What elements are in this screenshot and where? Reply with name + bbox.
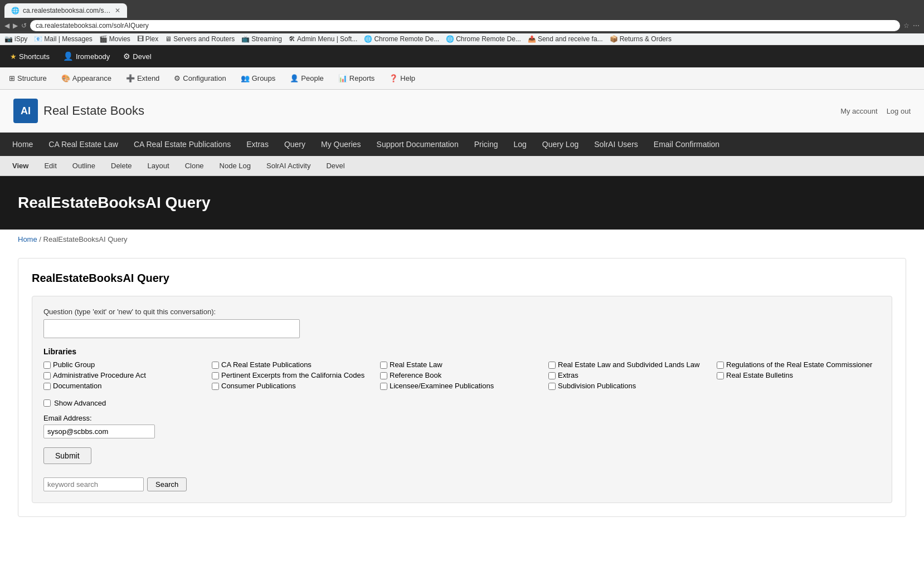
main-nav-support-documentation[interactable]: Support Documentation (369, 133, 466, 156)
chrome-remote-icon-2: 🌐 (446, 35, 454, 43)
bookmark-servers[interactable]: 🖥 Servers and Routers (165, 35, 235, 43)
checkbox-reference-book-label[interactable]: Reference Book (390, 371, 441, 379)
bookmark-send[interactable]: 📤 Send and receive fa... (528, 35, 603, 43)
bookmark-mail[interactable]: 📧 Mail | Messages (34, 35, 92, 43)
email-input[interactable] (43, 425, 155, 438)
bookmark-movies[interactable]: 🎬 Movies (99, 35, 130, 43)
appearance-icon: 🎨 (61, 74, 70, 82)
checkbox-admin-procedure-label[interactable]: Administrative Procedure Act (53, 371, 146, 379)
email-group: Email Address: (43, 414, 881, 438)
checkbox-reference-book-input[interactable] (380, 372, 387, 379)
checkbox-subdivision-label[interactable]: Subdivision Publications (558, 382, 636, 390)
card-title: RealEstateBooksAI Query (32, 272, 892, 285)
question-input[interactable] (43, 319, 300, 338)
url-input[interactable]: ca.realestatebooksai.com/solrAIQuery (30, 20, 900, 31)
devel-button[interactable]: ⚙ Devel (118, 45, 157, 67)
main-nav-ca-real-estate-publications[interactable]: CA Real Estate Publications (126, 133, 239, 156)
cms-nav-extend[interactable]: ➕ Extend (119, 71, 166, 86)
keyword-search-input[interactable] (43, 477, 144, 491)
checkbox-ca-publications-label[interactable]: CA Real Estate Publications (221, 360, 312, 369)
active-tab[interactable]: 🌐 ca.realestatebooksai.com/solrAIQuery ✕ (4, 3, 127, 18)
checkbox-extras-label[interactable]: Extras (558, 371, 578, 379)
groups-icon: 👥 (241, 74, 250, 82)
secondary-nav-edit[interactable]: Edit (36, 156, 64, 175)
main-nav-home[interactable]: Home (4, 133, 41, 156)
bookmark-ispy[interactable]: 📷 iSpy (4, 35, 27, 43)
main-nav-log[interactable]: Log (505, 133, 534, 156)
bookmark-chrome-remote-1[interactable]: 🌐 Chrome Remote De... (364, 35, 439, 43)
cms-nav-help[interactable]: ❓ Help (382, 71, 422, 86)
secondary-nav-layout[interactable]: Layout (140, 156, 177, 175)
my-account-link[interactable]: My account (840, 107, 877, 115)
header-actions: My account Log out (840, 107, 911, 115)
user-button[interactable]: 👤 Iromebody (57, 45, 115, 67)
submit-button[interactable]: Submit (43, 447, 91, 464)
checkbox-ca-publications-input[interactable] (212, 362, 219, 369)
checkbox-pertinent-excerpts-label[interactable]: Pertinent Excerpts from the California C… (221, 371, 364, 379)
show-advanced-checkbox[interactable] (43, 399, 51, 407)
bookmark-admin[interactable]: 🛠 Admin Menu | Soft... (289, 35, 358, 43)
main-nav-ca-real-estate-law[interactable]: CA Real Estate Law (41, 133, 126, 156)
bookmark-star[interactable]: ☆ (903, 22, 910, 30)
secondary-nav-node-log[interactable]: Node Log (212, 156, 259, 175)
secondary-nav-clone[interactable]: Clone (177, 156, 212, 175)
checkbox-real-estate-law-input[interactable] (380, 362, 387, 369)
checkbox-subdivision: Subdivision Publications (548, 382, 712, 390)
checkbox-consumer-publications-label[interactable]: Consumer Publications (221, 382, 296, 390)
checkbox-public-group-label[interactable]: Public Group (53, 360, 95, 369)
checkbox-documentation-input[interactable] (43, 383, 51, 390)
cms-nav-configuration[interactable]: ⚙ Configuration (167, 71, 232, 86)
main-nav-query[interactable]: Query (276, 133, 313, 156)
checkbox-regulations-input[interactable] (717, 362, 724, 369)
reload-button[interactable]: ↺ (21, 22, 27, 30)
checkbox-real-estate-subdivided-label[interactable]: Real Estate Law and Subdivided Lands Law (558, 360, 699, 369)
main-nav-solrai-users[interactable]: SolrAI Users (586, 133, 646, 156)
checkbox-real-estate-subdivided-input[interactable] (548, 362, 556, 369)
checkbox-regulations-label[interactable]: Regulations of the Real Estate Commissio… (726, 360, 872, 369)
main-nav-pricing[interactable]: Pricing (466, 133, 506, 156)
show-advanced-row: Show Advanced (43, 399, 881, 407)
checkbox-licensee-input[interactable] (380, 383, 387, 390)
bookmark-plex[interactable]: 🎞 Plex (137, 35, 158, 43)
secondary-nav-solrai-activity[interactable]: SolrAI Activity (259, 156, 318, 175)
bookmark-amazon[interactable]: 📦 Returns & Orders (610, 35, 672, 43)
show-advanced-label[interactable]: Show Advanced (54, 399, 106, 407)
checkbox-subdivision-input[interactable] (548, 383, 556, 390)
tab-close-button[interactable]: ✕ (115, 7, 120, 14)
checkbox-pertinent-excerpts-input[interactable] (212, 372, 219, 379)
nav-back-button[interactable]: ◀ (4, 22, 9, 30)
cms-nav-structure[interactable]: ⊞ Structure (2, 71, 54, 86)
chrome-remote-icon-1: 🌐 (364, 35, 372, 43)
checkbox-extras-input[interactable] (548, 372, 556, 379)
log-out-link[interactable]: Log out (887, 107, 911, 115)
checkbox-public-group-input[interactable] (43, 362, 51, 369)
cms-nav-people[interactable]: 👤 People (283, 71, 330, 86)
bookmark-chrome-remote-2[interactable]: 🌐 Chrome Remote De... (446, 35, 521, 43)
search-button[interactable]: Search (147, 477, 187, 491)
nav-forward-button[interactable]: ▶ (13, 22, 18, 30)
cms-nav-reports[interactable]: 📊 Reports (332, 71, 382, 86)
secondary-nav-devel[interactable]: Devel (318, 156, 352, 175)
checkbox-consumer-publications-input[interactable] (212, 383, 219, 390)
main-nav-extras[interactable]: Extras (239, 133, 276, 156)
checkbox-admin-procedure-input[interactable] (43, 372, 51, 379)
secondary-nav-view[interactable]: View (4, 156, 36, 175)
checkbox-documentation: Documentation (43, 382, 207, 390)
cms-nav-groups[interactable]: 👥 Groups (234, 71, 283, 86)
checkbox-bulletins-input[interactable] (717, 372, 724, 379)
checkbox-documentation-label[interactable]: Documentation (53, 382, 101, 390)
cms-nav-appearance[interactable]: 🎨 Appearance (55, 71, 118, 86)
main-nav-query-log[interactable]: Query Log (534, 133, 586, 156)
shortcuts-button[interactable]: ★ Shortcuts (4, 45, 55, 67)
secondary-nav-delete[interactable]: Delete (103, 156, 140, 175)
structure-icon: ⊞ (9, 74, 15, 82)
secondary-nav-outline[interactable]: Outline (65, 156, 103, 175)
main-nav-my-queries[interactable]: My Queries (313, 133, 369, 156)
bookmark-streaming[interactable]: 📺 Streaming (241, 35, 282, 43)
checkbox-bulletins-label[interactable]: Real Estate Bulletins (726, 371, 793, 379)
main-nav-email-confirmation[interactable]: Email Confirmation (646, 133, 727, 156)
checkbox-licensee-label[interactable]: Licensee/Examinee Publications (390, 382, 494, 390)
checkbox-real-estate-law-label[interactable]: Real Estate Law (390, 360, 442, 369)
breadcrumb-home[interactable]: Home (18, 235, 37, 243)
send-icon: 📤 (528, 35, 536, 43)
